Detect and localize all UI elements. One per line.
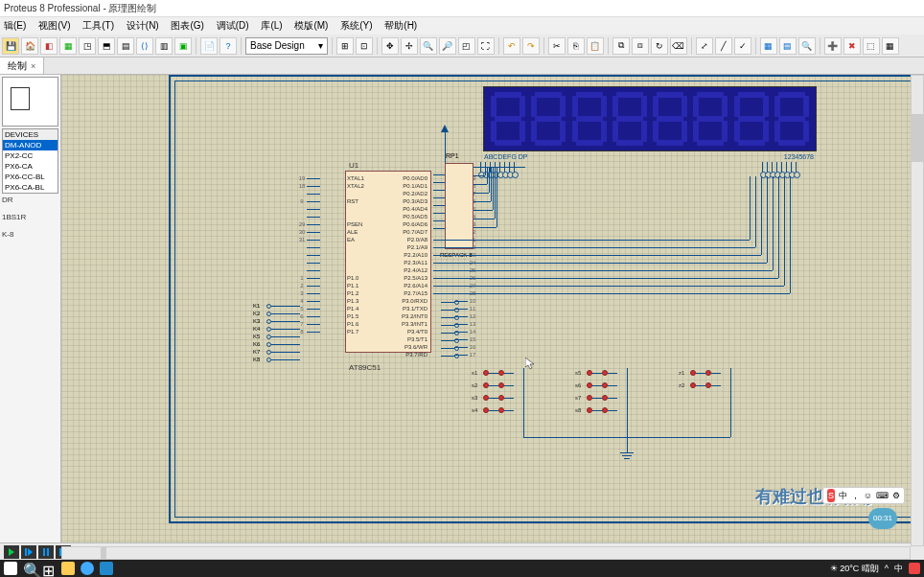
app-folder-icon[interactable] [61, 562, 75, 575]
menu-template[interactable]: 模版(M) [294, 20, 328, 31]
grid-dots-icon[interactable]: ⊡ [356, 37, 373, 55]
save-icon[interactable]: 💾 [2, 37, 19, 55]
del-sheet-icon[interactable]: ✖ [843, 37, 861, 55]
power-vcc[interactable] [441, 125, 449, 132]
search-icon[interactable]: 🔍 [23, 562, 36, 575]
zoom-out-icon[interactable]: 🔎 [439, 37, 456, 55]
menu-system[interactable]: 系统(Y) [340, 20, 372, 31]
document-tabs: 绘制× [0, 58, 924, 75]
push-button[interactable]: z2 [690, 381, 721, 390]
push-button[interactable]: s6 [587, 381, 617, 390]
copy-icon[interactable]: ⎘ [567, 37, 585, 55]
ime-settings-icon[interactable]: ⚙ [892, 491, 900, 500]
tab-close-icon[interactable]: × [31, 61, 35, 71]
push-button[interactable]: s2 [483, 381, 514, 390]
pcb-icon[interactable]: ▦ [59, 37, 77, 55]
new-sheet-icon[interactable]: ➕ [824, 37, 842, 55]
grid-snap-icon[interactable]: ⊞ [336, 37, 354, 55]
device-picker: DEVICES DM-ANOD PX2-CC PX6-CA PX6-CC-BL … [2, 128, 58, 194]
redo-icon[interactable]: ↷ [522, 37, 540, 55]
block-delete-icon[interactable]: ⌫ [670, 37, 687, 55]
home-icon[interactable]: 🏠 [21, 37, 38, 55]
scrollbar-horizontal[interactable] [61, 546, 911, 560]
zoom-all-icon[interactable]: ⛶ [477, 37, 495, 55]
device-item[interactable]: DM-ANOD [3, 140, 58, 150]
menu-debug[interactable]: 调试(D) [217, 20, 249, 31]
bom2-icon[interactable]: ▤ [779, 37, 797, 55]
device-item[interactable]: PX6-CA-BL [3, 182, 58, 193]
menu-chart[interactable]: 图表(G) [171, 20, 203, 31]
tab-schematic[interactable]: 绘制× [0, 58, 44, 74]
pick-icon[interactable]: ⤢ [696, 37, 713, 55]
push-button[interactable]: s4 [483, 405, 514, 415]
wire-icon[interactable]: ╱ [715, 37, 732, 55]
menu-design[interactable]: 设计(N) [127, 20, 159, 31]
push-button[interactable]: s7 [587, 393, 617, 403]
weather-widget[interactable]: ☀ 20°C 晴朗 [830, 563, 879, 575]
sidebar: DEVICES DM-ANOD PX2-CC PX6-CA PX6-CC-BL … [0, 75, 61, 542]
hier-icon[interactable]: ⬚ [863, 37, 880, 55]
ground-symbol[interactable] [620, 452, 634, 459]
help-icon[interactable]: ? [219, 37, 237, 55]
menu-tools[interactable]: 工具(T) [82, 20, 114, 31]
schematic-canvas[interactable]: U1 AT89C51 19XTAL118XTAL29RST29PSEN30ALE… [61, 75, 924, 542]
device-item[interactable]: PX6-CA [3, 161, 58, 172]
cut-icon[interactable]: ✂ [548, 37, 566, 55]
app-icon[interactable]: ▣ [174, 37, 192, 55]
device-item[interactable]: PX2-CC [3, 150, 58, 161]
menu-edit[interactable]: 辑(E) [4, 20, 26, 31]
sim-step-button[interactable] [21, 545, 36, 559]
task-view-icon[interactable]: ⊞ [42, 562, 56, 575]
menu-library[interactable]: 库(L) [261, 20, 282, 31]
push-button[interactable]: s1 [483, 368, 514, 378]
block-move-icon[interactable]: ⧈ [632, 37, 649, 55]
db-icon[interactable]: ▥ [155, 37, 173, 55]
bom-icon[interactable]: ▤ [117, 37, 134, 55]
netlist-icon[interactable]: ▦ [760, 37, 777, 55]
schematic-icon[interactable]: ◧ [40, 37, 58, 55]
more-icon[interactable]: ▦ [882, 37, 899, 55]
ime-emoji-icon[interactable]: ☺ [864, 491, 872, 500]
undo-icon[interactable]: ↶ [503, 37, 520, 55]
design-variant-combo[interactable]: Base Design▾ [245, 37, 328, 55]
start-button[interactable] [4, 562, 17, 575]
device-item[interactable]: PX6-CC-BL [3, 172, 58, 182]
time-bubble[interactable]: 00:31 [868, 508, 897, 529]
resnet-ref: RP1 [446, 152, 459, 159]
menu-bar: 辑(E) 视图(V) 工具(T) 设计(N) 图表(G) 调试(D) 库(L) … [0, 17, 924, 35]
push-button[interactable]: s3 [483, 393, 514, 403]
push-button[interactable]: z1 [690, 368, 721, 378]
block-copy-icon[interactable]: ⧉ [612, 37, 630, 55]
sim-pause-button[interactable] [38, 545, 54, 559]
block-rotate-icon[interactable]: ↻ [651, 37, 668, 55]
3d-icon[interactable]: ◳ [79, 37, 96, 55]
ime-punct-icon[interactable]: ， [851, 490, 860, 502]
menu-help[interactable]: 帮助(H) [384, 20, 417, 31]
sim-play-button[interactable] [4, 545, 19, 559]
erc-icon[interactable]: ✓ [734, 37, 751, 55]
menu-view[interactable]: 视图(V) [38, 20, 70, 31]
code-icon[interactable]: ⟨⟩ [136, 37, 153, 55]
zoom-area-icon[interactable]: ◰ [458, 37, 475, 55]
component-resnet[interactable]: RP1 RESPACK-8 [445, 163, 474, 249]
scrollbar-vertical[interactable] [911, 75, 924, 546]
preview-pane [2, 77, 58, 127]
tray-chevron-icon[interactable]: ^ [885, 564, 889, 573]
app-edge-icon[interactable] [81, 562, 94, 575]
ime-keyboard-icon[interactable]: ⌨ [876, 491, 889, 500]
app-word-icon[interactable] [100, 562, 113, 575]
tray-sogou-icon[interactable] [909, 563, 920, 574]
push-button[interactable]: s5 [587, 368, 617, 378]
tray-ime-icon[interactable]: 中 [894, 563, 903, 575]
search-icon[interactable]: 🔍 [798, 37, 816, 55]
windows-taskbar: 🔍 ⊞ ☀ 20°C 晴朗 ^ 中 [0, 560, 924, 577]
pan-icon[interactable]: ✢ [401, 37, 418, 55]
component-7seg-display[interactable]: ABCDEFG DP 12345678 [483, 86, 817, 151]
zoom-in-icon[interactable]: 🔍 [420, 37, 437, 55]
ime-bar[interactable]: S 中 ， ☺ ⌨ ⚙ [822, 487, 905, 504]
zoom-fit-icon[interactable]: ✥ [381, 37, 399, 55]
push-button[interactable]: s8 [587, 405, 617, 415]
sheet-icon[interactable]: 📄 [200, 37, 218, 55]
paste-icon[interactable]: 📋 [587, 37, 604, 55]
gerber-icon[interactable]: ⬒ [98, 37, 115, 55]
